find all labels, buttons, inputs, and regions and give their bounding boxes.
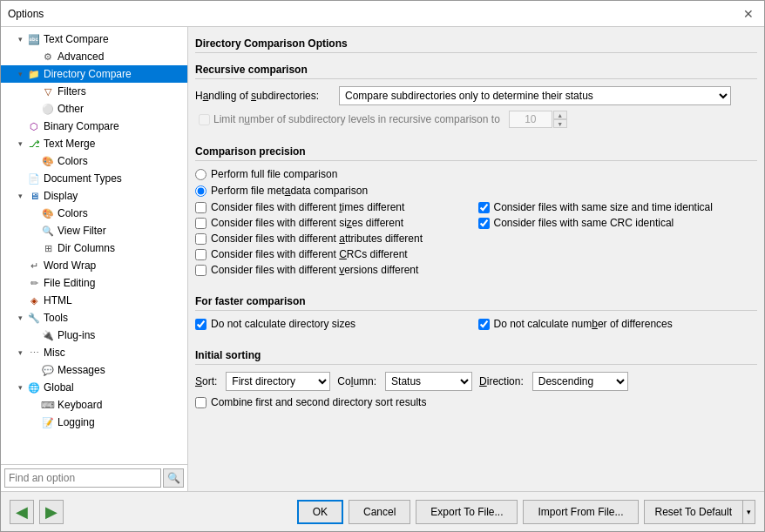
file-editing-icon: ✏ (27, 276, 41, 290)
dialog-body: ▾ 🔤 Text Compare ⚙ Advanced ▾ 📁 Director… (1, 27, 764, 491)
back-button[interactable]: ◀ (10, 500, 34, 524)
cb-combine[interactable] (195, 397, 206, 408)
sidebar-item-dir-columns[interactable]: ⊞ Dir Columns (1, 239, 187, 257)
cb-no-num-diffs[interactable] (478, 319, 490, 330)
cb-same-size-time-label[interactable]: Consider files with same size and time i… (494, 201, 713, 213)
recursive-title: Recursive comparison (195, 64, 757, 79)
binary-compare-icon: ⬡ (27, 119, 41, 133)
forward-button[interactable]: ▶ (39, 500, 64, 524)
sidebar-item-display[interactable]: ▾ 🖥 Display (1, 187, 187, 205)
radio-full-file-label[interactable]: Perform full file comparison (211, 168, 337, 180)
expand-icon-msg (29, 365, 39, 375)
checkbox-diff-attrs: Consider files with different attributes… (195, 232, 475, 245)
search-button[interactable]: 🔍 (163, 468, 184, 488)
sidebar-item-text-merge[interactable]: ▾ ⎇ Text Merge (1, 135, 187, 152)
radio-metadata[interactable] (195, 185, 206, 197)
cb-same-crc-label[interactable]: Consider files with same CRC identical (494, 217, 674, 229)
filters-icon: ▽ (41, 84, 55, 98)
sidebar-item-messages[interactable]: 💬 Messages (1, 361, 187, 379)
limit-spinner-row: ▲ ▼ (509, 111, 567, 128)
expand-icon-dt (15, 173, 25, 184)
sidebar-item-filters[interactable]: ▽ Filters (1, 83, 187, 100)
import-button[interactable]: Import From File... (523, 500, 638, 524)
sidebar-item-text-compare[interactable]: ▾ 🔤 Text Compare (1, 30, 187, 48)
cb-no-num-diffs-label[interactable]: Do not calculate number of differences (494, 318, 673, 330)
sidebar-item-plug-ins[interactable]: 🔌 Plug-ins (1, 327, 187, 344)
export-button[interactable]: Export To File... (416, 500, 518, 524)
cb-diff-sizes[interactable] (195, 218, 206, 229)
sidebar-item-binary-compare[interactable]: ⬡ Binary Compare (1, 118, 187, 135)
display-icon: 🖥 (27, 189, 41, 203)
column-dropdown[interactable]: Status Name Size Date (385, 372, 472, 391)
faster-checkboxes: Do not calculate directory sizes Do not … (195, 318, 757, 333)
cb-diff-crcs[interactable] (195, 249, 206, 260)
sidebar-item-misc[interactable]: ▾ ⋯ Misc (1, 344, 187, 361)
misc-icon: ⋯ (27, 346, 41, 360)
radio-full-file-row: Perform full file comparison (195, 168, 757, 180)
cb-diff-times-label[interactable]: Consider files with different times diff… (211, 201, 404, 213)
precision-checkboxes: Consider files with different times diff… (195, 201, 757, 279)
cb-no-dir-sizes[interactable] (195, 319, 206, 330)
combine-checkbox-row: Combine first and second directory sort … (195, 396, 757, 408)
sidebar-item-global[interactable]: ▾ 🌐 Global (1, 379, 187, 396)
cb-diff-versions[interactable] (195, 265, 206, 276)
sidebar-item-other[interactable]: ⚪ Other (1, 100, 187, 118)
colors-display-icon: 🎨 (41, 206, 55, 220)
cb-no-dir-sizes-label[interactable]: Do not calculate directory sizes (211, 318, 355, 330)
cb-diff-times[interactable] (195, 202, 206, 213)
dir-columns-icon: ⊞ (41, 241, 55, 255)
sidebar-item-tools[interactable]: ▾ 🔧 Tools (1, 309, 187, 327)
sidebar-item-html[interactable]: ◈ HTML (1, 292, 187, 309)
text-merge-icon: ⎇ (27, 137, 41, 151)
cb-combine-label[interactable]: Combine first and second directory sort … (211, 396, 426, 408)
checkbox-diff-versions: Consider files with different versions d… (195, 264, 475, 276)
sidebar-item-file-editing[interactable]: ✏ File Editing (1, 274, 187, 292)
cb-same-crc[interactable] (478, 218, 490, 229)
direction-dropdown[interactable]: Descending Ascending (532, 372, 628, 391)
sidebar-item-view-filter[interactable]: 🔍 View Filter (1, 222, 187, 239)
handling-row: Handling of subdirectories: Compare subd… (195, 86, 757, 105)
precision-title: Comparison precision (195, 145, 757, 161)
cb-diff-sizes-label[interactable]: Consider files with different sizes diff… (211, 217, 403, 229)
sidebar-item-keyboard[interactable]: ⌨ Keyboard (1, 396, 187, 414)
expand-icon-oth (29, 104, 39, 114)
cb-same-size-time[interactable] (478, 202, 490, 213)
sidebar-item-directory-compare[interactable]: ▾ 📁 Directory Compare (1, 65, 187, 83)
colors-merge-icon: 🎨 (41, 154, 55, 168)
expand-icon-merg: ▾ (15, 138, 25, 149)
sidebar-item-colors-merge[interactable]: 🎨 Colors (1, 152, 187, 170)
column-label: Column: (337, 375, 376, 387)
expand-icon-ww (15, 260, 25, 271)
radio-full-file[interactable] (195, 169, 206, 180)
expand-icon-vf (29, 226, 39, 236)
cb-diff-attrs-label[interactable]: Consider files with different attributes… (211, 232, 423, 245)
close-button[interactable]: ✕ (740, 5, 757, 23)
cb-diff-versions-label[interactable]: Consider files with different versions d… (211, 264, 418, 276)
handling-dropdown[interactable]: Compare subdirectories only to determine… (339, 86, 731, 105)
sidebar-item-document-types[interactable]: 📄 Document Types (1, 170, 187, 187)
sidebar-item-advanced[interactable]: ⚙ Advanced (1, 48, 187, 65)
cb-diff-attrs[interactable] (195, 233, 206, 245)
dialog-title: Options (8, 8, 44, 20)
expand-icon-global: ▾ (15, 382, 25, 393)
sort-dropdown[interactable]: First directory Second directory Name Si… (226, 372, 330, 391)
checkbox-diff-crcs: Consider files with different CRCs diffe… (195, 248, 475, 260)
reset-arrow-button[interactable]: ▾ (743, 501, 755, 523)
search-icon: 🔍 (167, 472, 180, 484)
html-icon: ◈ (27, 293, 41, 307)
checkbox-same-crc: Consider files with same CRC identical (478, 217, 758, 229)
ok-button[interactable]: OK (297, 500, 343, 524)
sidebar-item-logging[interactable]: 📝 Logging (1, 414, 187, 431)
sidebar-item-colors-display[interactable]: 🎨 Colors (1, 205, 187, 222)
sidebar-item-word-wrap[interactable]: ↵ Word Wrap (1, 257, 187, 274)
checkbox-same-size-time: Consider files with same size and time i… (478, 201, 758, 213)
view-filter-icon: 🔍 (41, 224, 55, 238)
cancel-button[interactable]: Cancel (349, 500, 410, 524)
expand-icon-fe (15, 278, 25, 288)
title-bar: Options ✕ (1, 1, 764, 27)
faster-section: For faster comparison Do not calculate d… (195, 292, 757, 337)
reset-main-button[interactable]: Reset To Default (645, 501, 744, 523)
radio-metadata-label[interactable]: Perform file metadata comparison (211, 185, 368, 197)
cb-diff-crcs-label[interactable]: Consider files with different CRCs diffe… (211, 248, 408, 260)
search-input[interactable] (4, 468, 161, 488)
